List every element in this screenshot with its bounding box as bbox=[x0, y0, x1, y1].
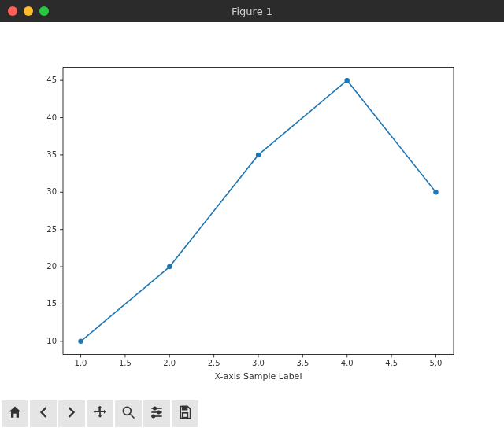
data-point bbox=[167, 264, 172, 269]
save-icon bbox=[177, 404, 193, 423]
window-title: Figure 1 bbox=[0, 6, 504, 17]
maximize-icon[interactable] bbox=[39, 6, 49, 16]
svg-line-19 bbox=[131, 415, 135, 419]
nav-toolbar bbox=[0, 400, 504, 428]
back-button[interactable] bbox=[30, 400, 57, 427]
data-point bbox=[256, 153, 261, 157]
y-tick-label: 30 bbox=[46, 187, 57, 196]
arrow-right-icon bbox=[64, 404, 80, 423]
svg-point-18 bbox=[123, 407, 131, 415]
zoom-button[interactable] bbox=[115, 400, 142, 427]
x-tick-label: 5.0 bbox=[430, 359, 443, 367]
x-tick-label: 4.5 bbox=[385, 359, 398, 367]
svg-point-23 bbox=[158, 411, 160, 413]
svg-point-21 bbox=[154, 407, 156, 409]
subplots-button[interactable] bbox=[143, 400, 170, 427]
x-tick-label: 2.5 bbox=[208, 359, 220, 367]
sliders-icon bbox=[149, 404, 165, 423]
data-point bbox=[345, 78, 350, 83]
minimize-icon[interactable] bbox=[24, 6, 33, 16]
x-tick-label: 1.5 bbox=[119, 359, 132, 367]
x-axis-label: X-axis Sample Label bbox=[215, 371, 302, 382]
x-tick-label: 3.5 bbox=[296, 359, 309, 367]
data-point bbox=[433, 190, 438, 194]
window-titlebar: Figure 1 bbox=[0, 0, 504, 22]
traffic-lights bbox=[8, 6, 49, 16]
y-tick-label: 15 bbox=[46, 299, 57, 308]
forward-button[interactable] bbox=[58, 400, 85, 427]
arrow-left-icon bbox=[35, 404, 51, 423]
x-tick-label: 3.0 bbox=[252, 359, 265, 367]
zoom-icon bbox=[120, 404, 136, 423]
y-tick-label: 45 bbox=[46, 76, 57, 84]
home-icon bbox=[7, 404, 23, 423]
x-tick-label: 1.0 bbox=[75, 359, 87, 367]
save-button[interactable] bbox=[172, 400, 198, 427]
plot-svg: 1.01.52.02.53.03.54.04.55.01015202530354… bbox=[0, 22, 504, 400]
x-tick-label: 4.0 bbox=[341, 359, 354, 367]
figure-canvas[interactable]: 1.01.52.02.53.03.54.04.55.01015202530354… bbox=[0, 22, 504, 400]
pan-button[interactable] bbox=[87, 400, 113, 427]
svg-rect-27 bbox=[183, 413, 188, 418]
y-tick-label: 10 bbox=[46, 337, 57, 345]
data-point bbox=[78, 339, 83, 344]
move-icon bbox=[92, 404, 108, 423]
y-tick-label: 35 bbox=[46, 150, 57, 159]
y-tick-label: 20 bbox=[46, 262, 57, 271]
svg-rect-26 bbox=[183, 407, 187, 410]
home-button[interactable] bbox=[2, 400, 28, 427]
y-tick-label: 40 bbox=[46, 113, 57, 122]
close-icon[interactable] bbox=[8, 6, 17, 16]
svg-rect-0 bbox=[63, 68, 454, 355]
y-tick-label: 25 bbox=[46, 225, 57, 234]
svg-point-25 bbox=[152, 415, 154, 417]
x-tick-label: 2.0 bbox=[163, 359, 176, 367]
